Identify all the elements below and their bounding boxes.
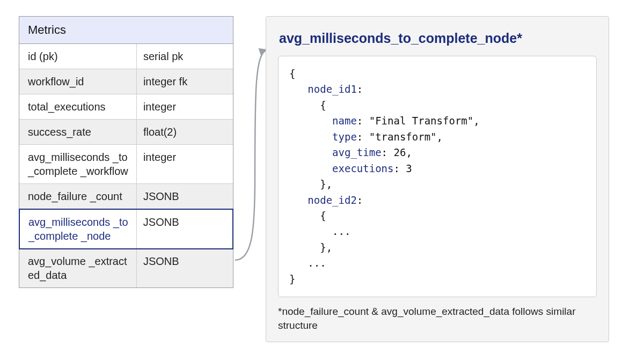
schema-table: Metrics id (pk) serial pk workflow_id in… <box>19 16 233 288</box>
column-type: float(2) <box>137 120 233 144</box>
column-type: serial pk <box>137 44 233 69</box>
column-name: success_rate <box>19 120 137 144</box>
column-name: workflow_id <box>19 69 137 94</box>
column-type: JSONB <box>137 184 233 209</box>
column-name: node_failure _count <box>19 184 137 209</box>
detail-panel: avg_milliseconds_to_complete_node* { nod… <box>266 16 609 342</box>
table-row: id (pk) serial pk <box>19 44 233 69</box>
table-row: success_rate float(2) <box>19 120 233 145</box>
table-title: Metrics <box>19 17 233 44</box>
column-name: id (pk) <box>19 44 137 69</box>
table-row: workflow_id integer fk <box>19 69 233 94</box>
column-name: total_executions <box>19 94 137 119</box>
table-body: id (pk) serial pk workflow_id integer fk… <box>19 44 233 287</box>
column-type: JSONB <box>137 249 233 287</box>
table-row: avg_volume _extracted_data JSONB <box>19 249 233 287</box>
json-example: { node_id1: { name: "Final Transform", t… <box>278 56 597 297</box>
table-row-highlighted: avg_milliseconds _to_complete _node JSON… <box>19 209 233 249</box>
column-type: JSONB <box>137 210 232 248</box>
table-row: avg_milliseconds _to_complete _workflow … <box>19 145 233 184</box>
footnote: *node_failure_count & avg_volume_extract… <box>278 305 597 332</box>
column-name: avg_milliseconds _to_complete _workflow <box>19 145 137 183</box>
column-name: avg_volume _extracted_data <box>19 249 137 287</box>
table-row: node_failure _count JSONB <box>19 184 233 209</box>
detail-title: avg_milliseconds_to_complete_node* <box>279 31 597 46</box>
column-type: integer <box>137 145 233 183</box>
table-row: total_executions integer <box>19 94 233 120</box>
column-type: integer fk <box>137 69 233 94</box>
column-type: integer <box>137 94 233 119</box>
column-name: avg_milliseconds _to_complete _node <box>20 210 137 248</box>
